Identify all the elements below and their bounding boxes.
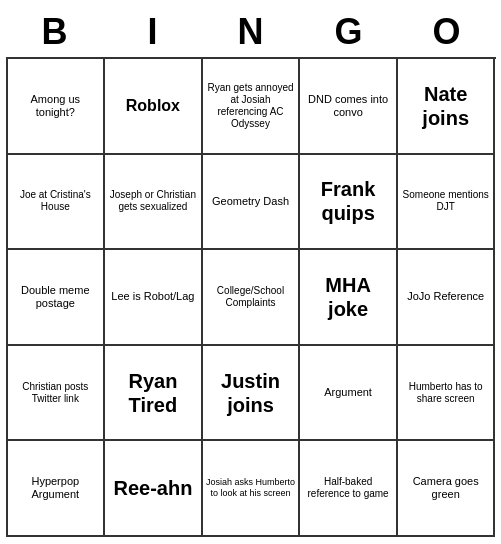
bingo-grid: Among us tonight? Roblox Ryan gets annoy… [6, 57, 496, 537]
cell-22[interactable]: Josiah asks Humberto to look at his scre… [203, 441, 301, 537]
cell-7[interactable]: Geometry Dash [203, 155, 301, 251]
header-b: B [10, 11, 100, 53]
cell-12[interactable]: College/School Complaints [203, 250, 301, 346]
cell-3[interactable]: DND comes into convo [300, 59, 398, 155]
header-n: N [206, 11, 296, 53]
cell-4[interactable]: Nate joins [398, 59, 496, 155]
cell-6[interactable]: Joseph or Christian gets sexualized [105, 155, 203, 251]
header-i: I [108, 11, 198, 53]
cell-19[interactable]: Humberto has to share screen [398, 346, 496, 442]
cell-8[interactable]: Frank quips [300, 155, 398, 251]
cell-11[interactable]: Lee is Robot/Lag [105, 250, 203, 346]
bingo-card: B I N G O Among us tonight? Roblox Ryan … [6, 7, 496, 537]
cell-1[interactable]: Roblox [105, 59, 203, 155]
cell-10[interactable]: Double meme postage [8, 250, 106, 346]
cell-0[interactable]: Among us tonight? [8, 59, 106, 155]
cell-2[interactable]: Ryan gets annoyed at Josiah referencing … [203, 59, 301, 155]
cell-5[interactable]: Joe at Cristina's House [8, 155, 106, 251]
cell-17[interactable]: Justin joins [203, 346, 301, 442]
cell-24[interactable]: Camera goes green [398, 441, 496, 537]
cell-18[interactable]: Argument [300, 346, 398, 442]
cell-14[interactable]: JoJo Reference [398, 250, 496, 346]
header-o: O [402, 11, 492, 53]
bingo-header: B I N G O [6, 7, 496, 57]
cell-20[interactable]: Hyperpop Argument [8, 441, 106, 537]
cell-23[interactable]: Half-baked reference to game [300, 441, 398, 537]
cell-21[interactable]: Ree-ahn [105, 441, 203, 537]
cell-16[interactable]: Ryan Tired [105, 346, 203, 442]
cell-13[interactable]: MHA joke [300, 250, 398, 346]
cell-15[interactable]: Christian posts Twitter link [8, 346, 106, 442]
cell-9[interactable]: Someone mentions DJT [398, 155, 496, 251]
header-g: G [304, 11, 394, 53]
